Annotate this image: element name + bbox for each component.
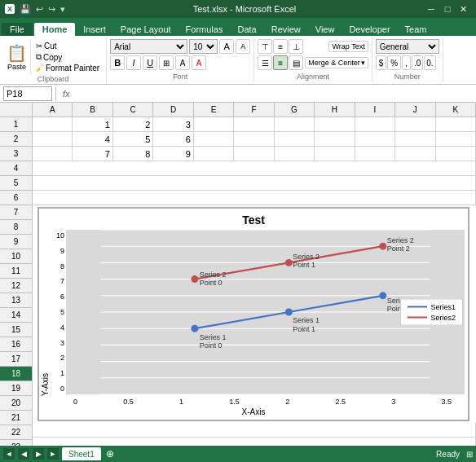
col-header-a[interactable]: A [33,103,73,117]
font-name-select[interactable]: Arial [110,39,187,54]
row-num-8[interactable]: 8 [0,220,33,235]
cut-button[interactable]: ✂ Cut [34,41,101,51]
formula-input[interactable] [77,86,473,101]
wrap-text-button[interactable]: Wrap Text [328,41,368,52]
cell-a1[interactable] [33,117,73,132]
quick-undo[interactable]: ↩ [36,4,43,15]
tab-nav-next[interactable]: ▶ [33,448,44,460]
cell-a2[interactable] [33,132,73,147]
format-painter-button[interactable]: 🖌 Format Painter [34,63,101,73]
align-middle-button[interactable]: ≡ [273,39,288,54]
col-header-g[interactable]: G [275,103,315,117]
tab-nav-last[interactable]: ► [47,448,59,460]
row-num-19[interactable]: 19 [0,381,33,396]
row-num-13[interactable]: 13 [0,293,33,308]
cell-i1[interactable] [355,117,395,132]
tab-view[interactable]: View [309,23,342,36]
row-num-10[interactable]: 10 [0,249,33,264]
row-num-4[interactable]: 4 [0,161,33,176]
cell-h3[interactable] [315,147,355,161]
underline-button[interactable]: U [143,55,157,70]
cell-h2[interactable] [315,132,355,147]
tab-nav-prev2[interactable]: ◀ [18,448,29,460]
quick-save[interactable]: 💾 [20,4,31,15]
quick-redo[interactable]: ↪ [48,4,55,15]
cell-c3[interactable]: 8 [113,147,153,161]
row-num-11[interactable]: 11 [0,264,33,279]
cell-j3[interactable] [395,147,435,161]
cell-c2[interactable]: 5 [113,132,153,147]
row-num-1[interactable]: 1 [0,117,33,132]
number-format-select[interactable]: General [376,39,439,54]
cell-j2[interactable] [395,132,435,147]
row-num-7[interactable]: 7 [0,205,33,220]
cell-h1[interactable] [315,117,355,132]
col-header-c[interactable]: C [113,103,153,117]
tab-home[interactable]: Home [34,23,76,36]
row-num-17[interactable]: 17 [0,352,33,367]
cell-g3[interactable] [275,147,315,161]
align-right-button[interactable]: ▤ [289,55,303,70]
align-left-button[interactable]: ☰ [258,55,272,70]
font-size-select[interactable]: 10 [189,39,218,54]
col-header-h[interactable]: H [315,103,355,117]
col-header-b[interactable]: B [73,103,112,117]
align-top-button[interactable]: ⊤ [258,39,272,54]
tab-team[interactable]: Team [399,23,434,36]
tab-nav-prev[interactable]: ◄ [3,448,15,460]
increase-decimal-button[interactable]: .0 [412,55,423,70]
row-num-9[interactable]: 9 [0,235,33,249]
tab-formulas[interactable]: Formulas [179,23,230,36]
align-bottom-button[interactable]: ⊥ [289,39,303,54]
col-header-k[interactable]: K [436,103,476,117]
tab-insert[interactable]: Insert [77,23,112,36]
comma-button[interactable]: , [402,55,411,70]
col-header-d[interactable]: D [153,103,193,117]
cell-f1[interactable] [234,117,274,132]
cell-e3[interactable] [194,147,234,161]
row-num-5[interactable]: 5 [0,176,33,191]
cell-j1[interactable] [395,117,435,132]
row-num-2[interactable]: 2 [0,132,33,147]
row-num-14[interactable]: 14 [0,308,33,323]
cell-d2[interactable]: 6 [153,132,193,147]
add-sheet-btn[interactable]: ⊕ [106,448,114,460]
paste-button[interactable]: 📋 Paste [3,39,31,75]
cell-i3[interactable] [355,147,395,161]
maximize-btn[interactable]: □ [440,4,455,15]
border-button[interactable]: ⊞ [159,55,174,70]
name-box[interactable] [3,86,52,101]
quick-dropdown[interactable]: ▾ [60,4,65,15]
cell-f2[interactable] [234,132,274,147]
cell-a3[interactable] [33,147,73,161]
row-num-18[interactable]: 18 [0,367,33,381]
bold-button[interactable]: B [110,55,125,70]
row-num-15[interactable]: 15 [0,323,33,337]
percent-button[interactable]: % [387,55,401,70]
row-num-21[interactable]: 21 [0,411,33,425]
italic-button[interactable]: I [126,55,141,70]
row-num-3[interactable]: 3 [0,147,33,161]
tab-pagelayout[interactable]: Page Layout [114,23,178,36]
tab-developer[interactable]: Developer [342,23,396,36]
sheet-tab-active[interactable]: Sheet1 [62,447,101,460]
font-shrink-button[interactable]: A [236,39,250,54]
row-num-12[interactable]: 12 [0,279,33,293]
font-grow-button[interactable]: A [219,39,234,54]
cell-k3[interactable] [436,147,476,161]
cell-d1[interactable]: 3 [153,117,193,132]
col-header-j[interactable]: J [395,103,435,117]
tab-review[interactable]: Review [265,23,307,36]
align-center-button[interactable]: ≡ [273,55,288,70]
cell-b1[interactable]: 1 [73,117,112,132]
cell-g2[interactable] [275,132,315,147]
cell-g1[interactable] [275,117,315,132]
cell-k2[interactable] [436,132,476,147]
row-num-6[interactable]: 6 [0,191,33,205]
tab-file[interactable]: File [2,23,33,36]
chart-object[interactable]: Test Y-Axis 012345678910 [37,207,469,421]
fill-color-button[interactable]: A [175,55,190,70]
row-num-20[interactable]: 20 [0,396,33,411]
cell-d3[interactable]: 9 [153,147,193,161]
currency-button[interactable]: $ [376,55,387,70]
